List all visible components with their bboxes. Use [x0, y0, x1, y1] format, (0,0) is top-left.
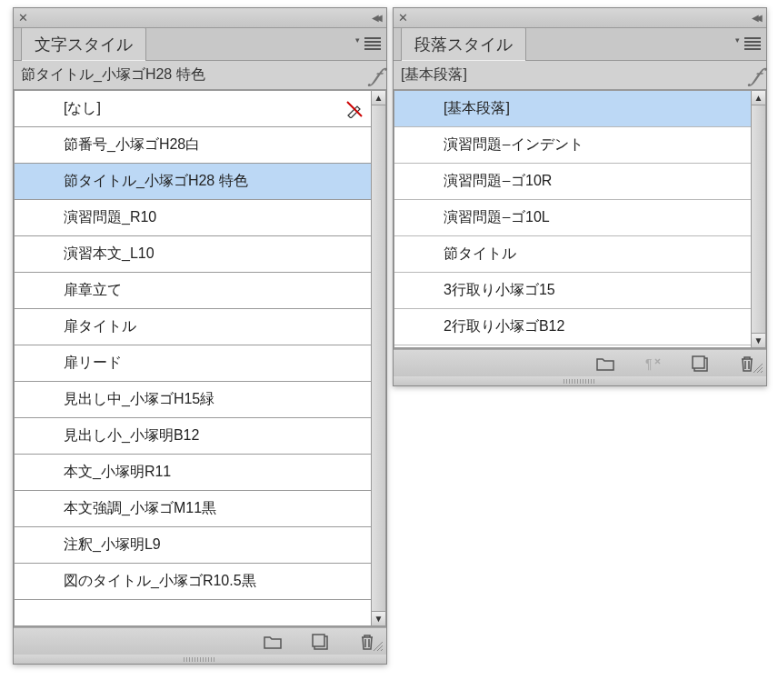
scroll-track[interactable] — [752, 105, 765, 333]
list-item-label: 3行取り小塚ゴ15 — [444, 281, 555, 300]
list-item[interactable]: 演習問題‒インデント — [394, 127, 751, 164]
scroll-down-icon[interactable]: ▼ — [752, 333, 765, 347]
list-item[interactable]: 図のタイトル_小塚ゴR10.5黒 — [15, 564, 371, 600]
list-item-label: 扉章立て — [64, 281, 122, 300]
list-item[interactable]: 節タイトル — [394, 236, 751, 273]
svg-text:¶: ¶ — [645, 356, 653, 371]
list-item[interactable]: 演習問題‒ゴ10R — [394, 164, 751, 200]
list-item-label: 扉リード — [64, 354, 122, 373]
list-item-label: 本文強調_小塚ゴM11黒 — [64, 499, 216, 518]
no-style-icon — [345, 100, 364, 118]
scroll-up-icon[interactable]: ▲ — [752, 91, 765, 105]
list-item[interactable]: 本文強調_小塚ゴM11黒 — [15, 491, 371, 527]
current-style-row: 節タイトル_小塚ゴH28 特色 𝑓 — [14, 61, 386, 90]
panel-menu-icon[interactable] — [364, 37, 381, 50]
tab-row: 文字スタイル — [14, 28, 386, 61]
panel-footer — [14, 627, 386, 655]
style-list-container: [基本段落]演習問題‒インデント演習問題‒ゴ10R演習問題‒ゴ10L節タイトル3… — [394, 90, 766, 349]
list-item-label: 扉タイトル — [64, 317, 136, 336]
list-item[interactable]: 演習問題_R10 — [15, 200, 371, 236]
list-item-label: 節タイトル — [444, 245, 516, 264]
list-item-label: 注釈_小塚明L9 — [64, 535, 161, 555]
list-item-label: 見出し小_小塚明B12 — [64, 426, 199, 445]
group-folder-icon[interactable] — [595, 354, 615, 374]
panel-footer: ¶ — [394, 349, 766, 376]
list-item-label: 図のタイトル_小塚ゴR10.5黒 — [64, 572, 256, 591]
list-item-label: 演習問題_R10 — [64, 208, 156, 227]
clear-override-icon: ¶ — [643, 354, 663, 374]
list-item[interactable]: 本文_小塚明R11 — [15, 455, 371, 491]
scroll-down-icon[interactable]: ▼ — [372, 611, 385, 625]
list-item[interactable]: [基本段落] — [394, 91, 751, 127]
new-style-icon[interactable] — [310, 632, 330, 652]
list-item[interactable]: 2行取り小塚ゴB12 — [394, 309, 751, 345]
quick-apply-icon[interactable]: 𝑓 — [371, 64, 382, 87]
list-item-label: 節タイトル_小塚ゴH28 特色 — [64, 172, 248, 191]
group-folder-icon[interactable] — [263, 632, 283, 652]
current-style-row: [基本段落] 𝑓 — [394, 61, 766, 90]
tab-character-styles[interactable]: 文字スタイル — [21, 27, 146, 61]
scrollbar[interactable]: ▲ ▼ — [752, 90, 766, 348]
character-styles-panel: ✕ ◀◀ 文字スタイル 節タイトル_小塚ゴH28 特色 𝑓 [なし]節番号_小塚… — [13, 7, 387, 665]
close-icon[interactable]: ✕ — [14, 9, 32, 27]
list-item[interactable]: [なし] — [15, 91, 371, 127]
list-item[interactable]: 見出し小_小塚明B12 — [15, 418, 371, 455]
list-item[interactable]: 扉章立て — [15, 273, 371, 309]
list-item[interactable]: 扉リード — [15, 345, 371, 382]
panel-menu-icon[interactable] — [744, 37, 761, 50]
list-item-label: 演習問題‒インデント — [444, 135, 584, 155]
list-item-label: 演習問題‒ゴ10L — [444, 208, 550, 227]
list-item[interactable]: 見出し中_小塚ゴH15緑 — [15, 382, 371, 418]
list-item[interactable]: 演習問題‒ゴ10L — [394, 200, 751, 236]
scroll-up-icon[interactable]: ▲ — [372, 91, 385, 105]
list-item[interactable]: 注釈_小塚明L9 — [15, 527, 371, 564]
list-item[interactable]: 3行取り小塚ゴ15 — [394, 273, 751, 309]
titlebar: ✕ ◀◀ — [394, 8, 766, 28]
list-item-label: 本文_小塚明R11 — [64, 463, 171, 482]
tab-paragraph-styles[interactable]: 段落スタイル — [401, 27, 526, 61]
list-item-label: [基本段落] — [444, 99, 510, 118]
style-list: [なし]節番号_小塚ゴH28白節タイトル_小塚ゴH28 特色演習問題_R10演習… — [14, 90, 372, 626]
svg-rect-0 — [313, 635, 324, 646]
list-item[interactable]: 節番号_小塚ゴH28白 — [15, 127, 371, 164]
list-item[interactable]: 扉タイトル — [15, 309, 371, 345]
tab-label: 文字スタイル — [35, 35, 133, 54]
new-style-icon[interactable] — [690, 354, 710, 374]
svg-rect-2 — [693, 356, 704, 368]
resize-grip-icon[interactable] — [753, 363, 763, 374]
paragraph-styles-panel: ✕ ◀◀ 段落スタイル [基本段落] 𝑓 [基本段落]演習問題‒インデント演習問… — [393, 7, 767, 386]
list-item-label: [なし] — [64, 99, 101, 118]
panel-grabber[interactable] — [14, 655, 386, 664]
scrollbar[interactable]: ▲ ▼ — [372, 90, 386, 626]
list-item-label: 演習問題‒ゴ10R — [444, 172, 552, 191]
tab-label: 段落スタイル — [414, 35, 513, 54]
resize-grip-icon[interactable] — [373, 641, 384, 652]
list-item-label: 節番号_小塚ゴH28白 — [64, 135, 200, 155]
collapse-icon[interactable]: ◀◀ — [364, 13, 386, 23]
list-item-label: 見出し中_小塚ゴH15緑 — [64, 390, 214, 409]
current-style-label: [基本段落] — [401, 65, 467, 85]
close-icon[interactable]: ✕ — [394, 9, 412, 27]
style-list: [基本段落]演習問題‒インデント演習問題‒ゴ10R演習問題‒ゴ10L節タイトル3… — [394, 90, 752, 348]
panel-grabber[interactable] — [394, 376, 766, 385]
scroll-track[interactable] — [372, 105, 385, 611]
list-item[interactable]: 節タイトル_小塚ゴH28 特色 — [15, 164, 371, 200]
tab-row: 段落スタイル — [394, 28, 766, 61]
titlebar: ✕ ◀◀ — [14, 8, 386, 28]
current-style-label: 節タイトル_小塚ゴH28 特色 — [21, 65, 205, 85]
list-item[interactable]: 演習本文_L10 — [15, 236, 371, 273]
list-item-label: 2行取り小塚ゴB12 — [444, 317, 564, 336]
collapse-icon[interactable]: ◀◀ — [744, 13, 766, 23]
list-item-label: 演習本文_L10 — [64, 245, 155, 264]
style-list-container: [なし]節番号_小塚ゴH28白節タイトル_小塚ゴH28 特色演習問題_R10演習… — [14, 90, 386, 627]
quick-apply-icon[interactable]: 𝑓 — [751, 64, 762, 87]
